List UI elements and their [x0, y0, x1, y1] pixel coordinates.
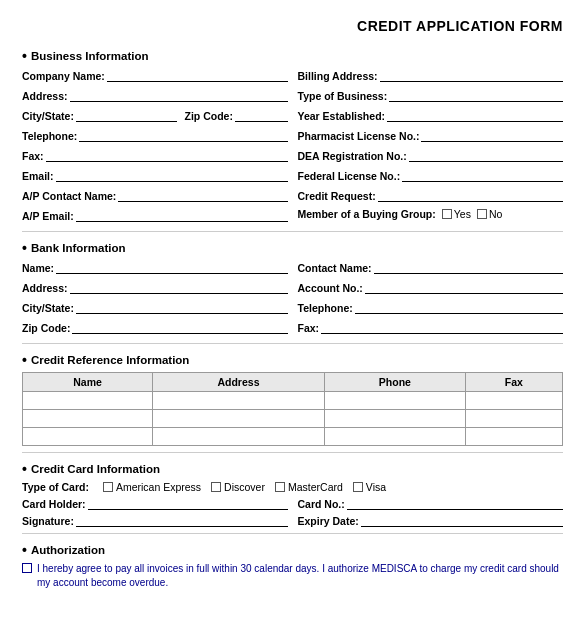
- bank-address-row: Address:: [22, 280, 288, 294]
- telephone-input[interactable]: [79, 128, 287, 142]
- amex-option[interactable]: American Express: [103, 481, 201, 493]
- billing-address-label: Billing Address:: [298, 70, 378, 82]
- bank-fax-label: Fax:: [298, 322, 320, 334]
- table-row[interactable]: [23, 428, 563, 446]
- buying-group-label: Member of a Buying Group:: [298, 208, 436, 220]
- visa-option[interactable]: Visa: [353, 481, 386, 493]
- col-address: Address: [153, 373, 325, 392]
- address-input[interactable]: [70, 88, 288, 102]
- pharm-lic-label: Pharmacist License No.:: [298, 130, 420, 142]
- type-business-input[interactable]: [389, 88, 563, 102]
- bank-zip-row: Zip Code:: [22, 320, 288, 334]
- fed-lic-input[interactable]: [402, 168, 563, 182]
- table-row[interactable]: [23, 392, 563, 410]
- cardno-input[interactable]: [347, 496, 563, 510]
- auth-checkbox[interactable]: [22, 563, 32, 573]
- cardholder-field: Card Holder:: [22, 496, 288, 510]
- bank-contact-input[interactable]: [374, 260, 563, 274]
- bank-city-label: City/State:: [22, 302, 74, 314]
- table-row[interactable]: [23, 410, 563, 428]
- bank-fax-row: Fax:: [298, 320, 564, 334]
- ap-email-row: A/P Email:: [22, 208, 288, 222]
- business-right-col: Billing Address: Type of Business: Year …: [298, 68, 564, 225]
- type-business-label: Type of Business:: [298, 90, 388, 102]
- visa-label: Visa: [366, 481, 386, 493]
- ap-contact-input[interactable]: [118, 188, 287, 202]
- ap-email-input[interactable]: [76, 208, 288, 222]
- ap-email-label: A/P Email:: [22, 210, 74, 222]
- col-name: Name: [23, 373, 153, 392]
- bank-name-input[interactable]: [56, 260, 287, 274]
- type-business-row: Type of Business:: [298, 88, 564, 102]
- ap-contact-row: A/P Contact Name:: [22, 188, 288, 202]
- city-zip-row: City/State: Zip Code:: [22, 108, 288, 122]
- credit-req-row: Credit Request:: [298, 188, 564, 202]
- section-credit-card: Credit Card Information: [22, 461, 563, 477]
- bank-name-label: Name:: [22, 262, 54, 274]
- amex-label: American Express: [116, 481, 201, 493]
- pharm-lic-row: Pharmacist License No.:: [298, 128, 564, 142]
- cardno-field: Card No.:: [298, 496, 564, 510]
- pharm-lic-input[interactable]: [421, 128, 563, 142]
- bank-acct-row: Account No.:: [298, 280, 564, 294]
- bank-contact-label: Contact Name:: [298, 262, 372, 274]
- bank-acct-input[interactable]: [365, 280, 563, 294]
- mastercard-option[interactable]: MasterCard: [275, 481, 343, 493]
- bank-zip-label: Zip Code:: [22, 322, 70, 334]
- visa-checkbox[interactable]: [353, 482, 363, 492]
- bank-tel-label: Telephone:: [298, 302, 353, 314]
- city-state-input[interactable]: [76, 108, 177, 122]
- bank-address-input[interactable]: [70, 280, 288, 294]
- mastercard-checkbox[interactable]: [275, 482, 285, 492]
- col-fax: Fax: [465, 373, 562, 392]
- dea-row: DEA Registration No.:: [298, 148, 564, 162]
- year-est-input[interactable]: [387, 108, 563, 122]
- buying-group-yes[interactable]: Yes: [442, 208, 471, 220]
- buying-group-row: Member of a Buying Group: Yes No: [298, 208, 564, 220]
- bank-fax-input[interactable]: [321, 320, 563, 334]
- zip-label: Zip Code:: [185, 110, 233, 122]
- col-phone: Phone: [324, 373, 465, 392]
- company-name-label: Company Name:: [22, 70, 105, 82]
- card-type-label: Type of Card:: [22, 481, 89, 493]
- bank-zip-input[interactable]: [72, 320, 287, 334]
- dea-input[interactable]: [409, 148, 563, 162]
- cardno-label: Card No.:: [298, 498, 345, 510]
- bank-city-input[interactable]: [76, 300, 288, 314]
- credit-ref-table: Name Address Phone Fax: [22, 372, 563, 446]
- telephone-label: Telephone:: [22, 130, 77, 142]
- bank-city-row: City/State:: [22, 300, 288, 314]
- discover-option[interactable]: Discover: [211, 481, 265, 493]
- cardholder-input[interactable]: [88, 496, 288, 510]
- telephone-row: Telephone:: [22, 128, 288, 142]
- amex-checkbox[interactable]: [103, 482, 113, 492]
- city-state-label: City/State:: [22, 110, 74, 122]
- buying-group-no[interactable]: No: [477, 208, 502, 220]
- email-input[interactable]: [56, 168, 288, 182]
- company-name-row: Company Name:: [22, 68, 288, 82]
- year-est-row: Year Established:: [298, 108, 564, 122]
- cardholder-label: Card Holder:: [22, 498, 86, 510]
- zip-input[interactable]: [235, 108, 288, 122]
- company-name-input[interactable]: [107, 68, 288, 82]
- ap-contact-label: A/P Contact Name:: [22, 190, 116, 202]
- signature-input[interactable]: [76, 513, 288, 527]
- credit-req-label: Credit Request:: [298, 190, 376, 202]
- email-label: Email:: [22, 170, 54, 182]
- bank-tel-input[interactable]: [355, 300, 563, 314]
- fax-input[interactable]: [46, 148, 288, 162]
- bank-left-col: Name: Address: City/State: Zip Code:: [22, 260, 288, 337]
- card-type-row: Type of Card: American Express Discover …: [22, 481, 563, 493]
- auth-text: I hereby agree to pay all invoices in fu…: [37, 562, 563, 590]
- section-credit-ref: Credit Reference Information: [22, 352, 563, 368]
- discover-checkbox[interactable]: [211, 482, 221, 492]
- expiry-input[interactable]: [361, 513, 563, 527]
- page-title: CREDIT APPLICATION FORM: [22, 18, 563, 34]
- billing-address-input[interactable]: [380, 68, 563, 82]
- credit-req-input[interactable]: [378, 188, 563, 202]
- billing-address-row: Billing Address:: [298, 68, 564, 82]
- authorization-row: I hereby agree to pay all invoices in fu…: [22, 562, 563, 590]
- bank-tel-row: Telephone:: [298, 300, 564, 314]
- address-row: Address:: [22, 88, 288, 102]
- mastercard-label: MasterCard: [288, 481, 343, 493]
